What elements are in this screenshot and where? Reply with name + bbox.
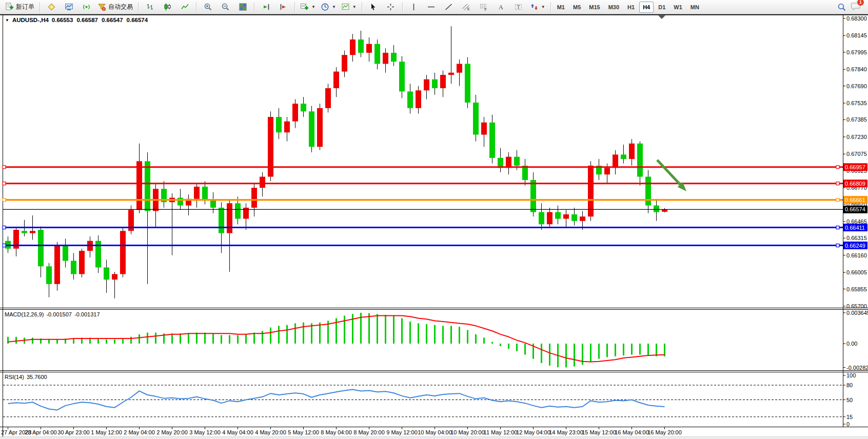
- svg-text:4 May 04:00: 4 May 04:00: [222, 429, 253, 435]
- svg-text:0: 0: [846, 421, 850, 427]
- timeframe-button-H1[interactable]: H1: [624, 2, 638, 13]
- zoom-out-icon: [221, 3, 230, 11]
- indicators-icon: [300, 3, 309, 11]
- timeframe-button-M15[interactable]: M15: [585, 2, 603, 13]
- svg-text:12 May 04:00: 12 May 04:00: [516, 429, 550, 435]
- timeframe-button-MN[interactable]: MN: [687, 2, 703, 13]
- one-click-trading-toggle[interactable]: ▼: [5, 18, 9, 23]
- crosshair-icon: [386, 3, 395, 11]
- auto-trading-icon: [97, 3, 106, 11]
- fibonacci-button[interactable]: F: [475, 1, 492, 13]
- svg-text:8 May 04:00: 8 May 04:00: [321, 429, 352, 435]
- bar-chart-button[interactable]: [141, 1, 159, 13]
- notifications-button[interactable]: 1: [851, 2, 860, 13]
- svg-text:100: 100: [846, 372, 856, 378]
- horizontal-line-button[interactable]: [423, 1, 440, 13]
- svg-text:A: A: [499, 4, 503, 11]
- svg-text:0.66249: 0.66249: [845, 243, 865, 249]
- candlestick-button[interactable]: [159, 1, 176, 13]
- crosshair-button[interactable]: [382, 1, 400, 13]
- svg-text:3 May 12:00: 3 May 12:00: [189, 429, 221, 435]
- ohlc-low: 0.66547: [102, 17, 123, 23]
- chart-shift-button[interactable]: [274, 1, 292, 13]
- macd-indicator-label: MACD(12,26,9) -0.001507 -0.001317: [5, 311, 100, 317]
- toolbar-separator: [40, 2, 40, 12]
- timeframe-button-D1[interactable]: D1: [655, 2, 669, 13]
- indicators-button[interactable]: ▼: [298, 1, 318, 13]
- svg-text:0.68300: 0.68300: [846, 15, 867, 22]
- svg-text:0.003645: 0.003645: [846, 310, 868, 316]
- svg-text:14 May 23:00: 14 May 23:00: [549, 429, 583, 435]
- bar-chart-icon: [146, 3, 154, 11]
- svg-text:11 May 12:00: 11 May 12:00: [484, 429, 518, 435]
- svg-text:F: F: [485, 8, 487, 11]
- timeframe-button-H4[interactable]: H4: [639, 2, 654, 13]
- svg-text:0.65700: 0.65700: [846, 303, 867, 309]
- auto-trading-button[interactable]: 自动交易: [95, 1, 135, 13]
- auto-scroll-icon: [262, 3, 270, 11]
- new-order-button[interactable]: 新订单: [3, 1, 37, 13]
- toolbar-separator: [138, 2, 139, 12]
- svg-text:10 May 04:00: 10 May 04:00: [418, 429, 452, 435]
- tile-windows-button[interactable]: [234, 1, 251, 13]
- chart-window[interactable]: 0.683000.681450.679950.678400.676900.675…: [0, 14, 868, 437]
- cursor-button[interactable]: [365, 1, 382, 13]
- svg-text:10 May 20:00: 10 May 20:00: [450, 429, 485, 435]
- timeframe-button-W1[interactable]: W1: [670, 2, 686, 13]
- search-icon[interactable]: [837, 3, 846, 12]
- vertical-line-button[interactable]: [405, 1, 423, 13]
- toolbar-separator: [254, 2, 254, 12]
- svg-text:0.68145: 0.68145: [846, 32, 867, 38]
- periods-clock-icon: [321, 3, 329, 11]
- ohlc-open: 0.66553: [52, 17, 73, 23]
- svg-text:0.67535: 0.67535: [846, 100, 867, 106]
- navigator-button[interactable]: [60, 1, 77, 13]
- svg-text:2 May 20:00: 2 May 20:00: [156, 429, 188, 435]
- chart-canvas[interactable]: 0.683000.681450.679950.678400.676900.675…: [0, 14, 868, 437]
- navigator-icon: [65, 3, 73, 11]
- symbol-period: AUDUSD-,H4: [12, 17, 49, 23]
- chart-shift-icon: [279, 3, 288, 11]
- line-chart-button[interactable]: [176, 1, 193, 13]
- timeframe-button-M5[interactable]: M5: [569, 2, 584, 13]
- svg-text:0.66957: 0.66957: [845, 164, 865, 170]
- zoom-in-button[interactable]: [199, 1, 216, 13]
- toolbar-separator: [196, 2, 196, 12]
- signals-button[interactable]: [77, 1, 95, 13]
- templates-icon: [341, 3, 350, 11]
- new-order-label: 新订单: [16, 3, 34, 11]
- horizontal-line-icon: [427, 3, 436, 11]
- toolbar-separator: [294, 2, 295, 12]
- auto-scroll-button[interactable]: [257, 1, 274, 13]
- zoom-out-button[interactable]: [216, 1, 234, 13]
- trendline-icon: [444, 3, 453, 11]
- svg-text:0.67385: 0.67385: [846, 116, 867, 123]
- zoom-in-icon: [204, 3, 212, 11]
- trendline-button[interactable]: [440, 1, 458, 13]
- market-watch-button[interactable]: [43, 1, 60, 13]
- toolbar: 新订单 自动交易 ▼ ▼: [0, 0, 868, 14]
- svg-text:0.00: 0.00: [846, 341, 857, 347]
- svg-text:15: 15: [846, 414, 853, 420]
- text-label-button[interactable]: T: [510, 1, 527, 13]
- macd-signal-value: -0.001317: [74, 311, 100, 317]
- svg-text:5 May 12:00: 5 May 12:00: [288, 429, 319, 435]
- market-watch-icon: [47, 3, 56, 11]
- svg-text:0.66005: 0.66005: [846, 269, 867, 275]
- svg-text:8 May 20:00: 8 May 20:00: [353, 429, 385, 435]
- timeframe-button-M30[interactable]: M30: [605, 2, 623, 13]
- timeframe-button-M1[interactable]: M1: [554, 2, 568, 13]
- rsi-indicator-label: RSI(14) 35.7600: [5, 374, 47, 380]
- text-button[interactable]: A: [492, 1, 510, 13]
- notification-count-badge: 1: [857, 0, 864, 6]
- svg-text:16 May 20:00: 16 May 20:00: [647, 429, 682, 435]
- templates-button[interactable]: ▼: [339, 1, 359, 13]
- new-order-icon: [5, 3, 14, 11]
- periods-button[interactable]: ▼: [318, 1, 339, 13]
- svg-text:16 May 04:00: 16 May 04:00: [615, 429, 649, 435]
- svg-text:28 Apr 04:00: 28 Apr 04:00: [25, 429, 56, 435]
- channel-button[interactable]: E: [458, 1, 475, 13]
- arrow-shapes-button[interactable]: ▼: [527, 1, 548, 13]
- svg-text:0.67995: 0.67995: [846, 49, 867, 55]
- svg-text:0.67690: 0.67690: [846, 83, 867, 89]
